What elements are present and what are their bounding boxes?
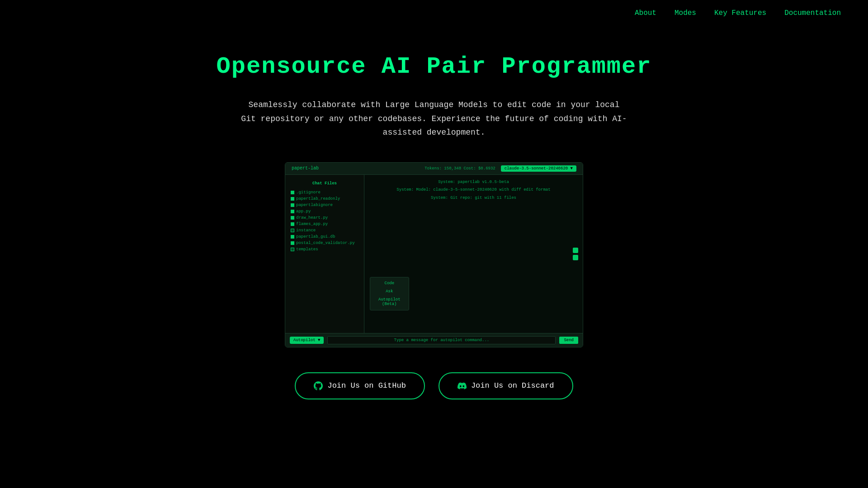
screenshot-model-badge: claude-3.5-sonnet-20240620 ▼ (501, 165, 576, 172)
screenshot-file-readonly: papertlab_readonly (285, 196, 364, 202)
screenshot-topbar-right: Tokens: 150,348 Cost: $0.6932 claude-3.5… (425, 165, 576, 172)
scroll-up-btn[interactable] (573, 248, 578, 253)
file-icon (291, 241, 294, 245)
discord-cta-label: Join Us on Discard (471, 381, 554, 390)
file-name: .gitignore (296, 190, 321, 195)
navigation: About Modes Key Features Documentation (0, 0, 868, 26)
file-name: app.py (296, 209, 311, 214)
screenshot-sysline-1: System: papertlab v1.0.5-beta (371, 179, 576, 186)
file-name: draw_heart.py (296, 216, 328, 220)
mode-ask[interactable]: Ask (370, 287, 409, 296)
hero-section: Opensource AI Pair Programmer Seamlessly… (0, 26, 868, 418)
file-name: flames_app.py (296, 222, 328, 226)
mode-code[interactable]: Code (370, 279, 409, 287)
screenshot-topbar: papert-lab Tokens: 150,348 Cost: $0.6932… (285, 163, 583, 175)
file-icon (291, 203, 294, 207)
file-icon (291, 210, 294, 213)
hero-subtitle: Seamlessly collaborate with Large Langua… (240, 98, 628, 140)
screenshot-sidebar: Chat Files .gitignore papertlab_readonly… (285, 175, 364, 333)
file-icon (291, 191, 294, 194)
file-name: templates (296, 247, 318, 252)
screenshot-chat-input[interactable]: Type a message for autopilot command... (327, 336, 556, 344)
file-name: papertlab_gui.db (296, 235, 335, 239)
page-title: Opensource AI Pair Programmer (217, 53, 652, 80)
cta-section: Join Us on GitHub Join Us on Discard (295, 372, 573, 399)
screenshot-scroll-controls (573, 248, 578, 260)
screenshot-folder-instance: instance (285, 227, 364, 234)
screenshot-sidebar-header: Chat Files (285, 179, 364, 189)
screenshot-file-labignore: papertlabignore (285, 202, 364, 208)
file-name: instance (296, 228, 316, 233)
nav-about[interactable]: About (635, 9, 656, 17)
file-name: papertlab_readonly (296, 197, 340, 201)
screenshot-sysline-2: System: Model: claude-3-5-sonnet-2024062… (371, 187, 576, 193)
github-cta-button[interactable]: Join Us on GitHub (295, 372, 425, 399)
screenshot-mode-selector[interactable]: Autopilot ▼ (290, 337, 324, 344)
mode-autopilot[interactable]: Autopilot(Beta) (370, 296, 409, 308)
app-screenshot: papert-lab Tokens: 150,348 Cost: $0.6932… (285, 162, 583, 347)
file-icon (291, 197, 294, 201)
discord-icon (458, 381, 467, 390)
screenshot-file-postal: postal_code_validator.py (285, 240, 364, 246)
screenshot-file-db: papertlab_gui.db (285, 234, 364, 240)
screenshot-body: Chat Files .gitignore papertlab_readonly… (285, 175, 583, 333)
folder-icon (291, 248, 294, 251)
file-icon (291, 235, 294, 239)
nav-key-features[interactable]: Key Features (714, 9, 766, 17)
github-icon (314, 381, 323, 390)
screenshot-folder-templates: templates (285, 246, 364, 253)
github-cta-label: Join Us on GitHub (327, 381, 406, 390)
screenshot-tokens: Tokens: 150,348 Cost: $0.6932 (425, 166, 495, 171)
screenshot-file-flames: flames_app.py (285, 221, 364, 227)
screenshot-file-heart: draw_heart.py (285, 215, 364, 221)
screenshot-file-app: app.py (285, 208, 364, 215)
nav-modes[interactable]: Modes (675, 9, 696, 17)
screenshot-mode-popup: Code Ask Autopilot(Beta) (370, 277, 409, 310)
file-icon (291, 216, 294, 220)
nav-documentation[interactable]: Documentation (784, 9, 841, 17)
screenshot-sysline-3: System: Git repo: git with 11 files (371, 195, 576, 202)
folder-icon (291, 229, 294, 232)
screenshot-file-gitignore: .gitignore (285, 189, 364, 196)
discord-cta-button[interactable]: Join Us on Discard (439, 372, 573, 399)
file-icon (291, 222, 294, 226)
screenshot-app-title: papert-lab (292, 166, 319, 171)
scroll-down-btn[interactable] (573, 255, 578, 260)
file-name: papertlabignore (296, 203, 333, 207)
screenshot-bottombar: Autopilot ▼ Type a message for autopilot… (285, 333, 583, 347)
screenshot-main: System: papertlab v1.0.5-beta System: Mo… (364, 175, 583, 333)
file-name: postal_code_validator.py (296, 241, 355, 245)
screenshot-send-btn[interactable]: Send (559, 337, 578, 344)
